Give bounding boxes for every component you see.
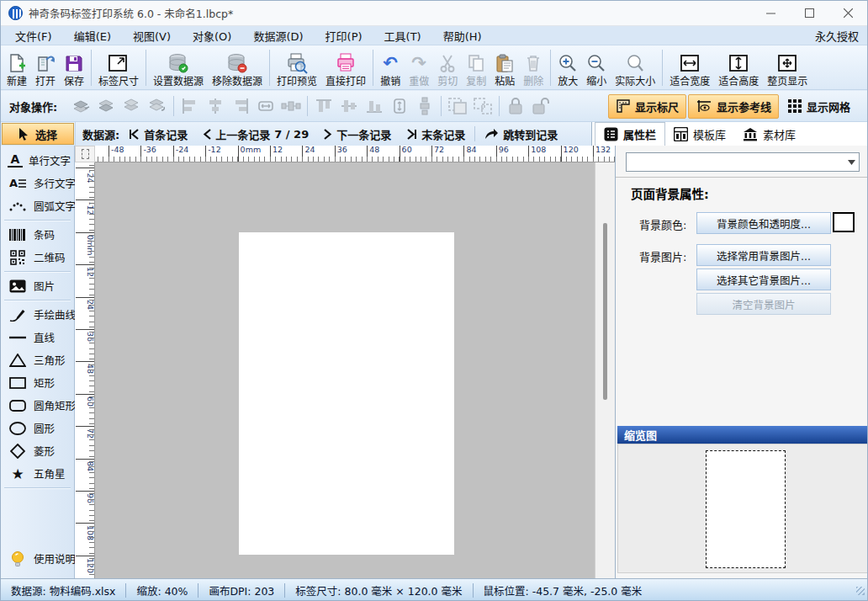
show-grid-toggle[interactable]: 显示网格	[781, 95, 857, 118]
trash-icon	[524, 51, 542, 75]
align-left-icon[interactable]	[177, 95, 203, 117]
star-icon: ★	[8, 465, 28, 482]
design-canvas[interactable]	[95, 162, 595, 578]
jump-arrow-icon	[484, 128, 499, 140]
vertical-scrollbar[interactable]	[595, 162, 615, 578]
maximize-icon[interactable]	[790, 1, 828, 25]
print-preview-icon	[286, 51, 308, 75]
select-other-bg-image-button[interactable]: 选择其它背景图片...	[696, 269, 831, 290]
menu-object[interactable]: 对象(O)	[182, 26, 242, 45]
select-tool-button[interactable]: 选择	[2, 123, 74, 145]
fit-width-button[interactable]: 适合宽度	[665, 47, 714, 88]
bring-forward-icon[interactable]	[119, 95, 145, 117]
menu-help[interactable]: 帮助(H)	[432, 26, 493, 45]
whole-page-button[interactable]: 整页显示	[763, 47, 812, 88]
tab-properties[interactable]: 属性栏	[595, 122, 665, 146]
label-size-button[interactable]: 标签尺寸	[94, 47, 143, 88]
new-document-icon	[7, 51, 27, 75]
menu-tools[interactable]: 工具(T)	[373, 26, 432, 45]
vertical-scrollbar-thumb[interactable]	[603, 223, 607, 400]
show-guides-toggle[interactable]: 显示参考线	[688, 94, 779, 119]
help-button[interactable]: 使用说明	[1, 547, 74, 570]
tool-line[interactable]: 直线	[1, 326, 74, 348]
unlock-icon[interactable]	[528, 95, 553, 117]
align-top-icon[interactable]	[311, 95, 336, 117]
license-status: 永久授权	[815, 28, 867, 44]
tool-qr-code[interactable]: 二维码	[1, 246, 74, 269]
distribute-vertical-icon[interactable]	[412, 95, 437, 117]
object-selector-dropdown[interactable]	[626, 152, 860, 172]
copy-button[interactable]: 复制	[462, 47, 490, 88]
rounded-rectangle-icon	[8, 400, 28, 412]
save-button[interactable]: 保存	[60, 47, 88, 88]
bg-color-button[interactable]: 背景颜色和透明度...	[696, 212, 831, 234]
tab-templates[interactable]: 模板库	[665, 122, 734, 146]
align-bottom-icon[interactable]	[362, 95, 387, 117]
tool-multi-line-text[interactable]: A 多行文字	[1, 172, 74, 194]
equal-height-icon[interactable]	[387, 95, 412, 117]
tab-materials[interactable]: 素材库	[734, 122, 804, 146]
thumbnail-area	[617, 444, 868, 573]
align-middle-icon[interactable]	[336, 95, 362, 117]
tool-image[interactable]: 图片	[1, 274, 74, 297]
menu-print[interactable]: 打印(P)	[315, 26, 373, 45]
jump-to-record-button[interactable]: 跳转到记录	[479, 126, 564, 142]
send-backward-icon[interactable]	[145, 95, 170, 117]
tool-rounded-rectangle[interactable]: 圆角矩形	[1, 394, 74, 417]
print-preview-button[interactable]: 打印预览	[273, 47, 321, 88]
redo-button[interactable]: ↷ 重做	[405, 47, 433, 88]
menu-datasource[interactable]: 数据源(D)	[242, 26, 314, 45]
zoom-in-button[interactable]: 放大	[553, 47, 582, 88]
label-page[interactable]	[239, 232, 454, 555]
tool-arc-text[interactable]: 圆弧文字	[1, 194, 74, 217]
last-record-button[interactable]: 末条记录	[400, 126, 471, 142]
zoom-out-button[interactable]: 缩小	[582, 47, 611, 88]
fit-height-button[interactable]: 适合高度	[714, 47, 763, 88]
toolbox: A 单行文字 A 多行文字 圆弧文字 条码 二维码	[1, 146, 75, 578]
clear-bg-image-button[interactable]: 清空背景图片	[696, 293, 831, 315]
distribute-horizontal-icon[interactable]	[278, 95, 304, 117]
select-common-bg-image-button[interactable]: 选择常用背景图片...	[696, 244, 831, 266]
window-controls	[751, 1, 867, 25]
tool-star[interactable]: ★ 五角星	[1, 462, 74, 485]
first-record-button[interactable]: 首条记录	[123, 126, 193, 142]
minimize-icon[interactable]	[751, 1, 790, 25]
undo-button[interactable]: ↶ 撤销	[376, 47, 405, 88]
tool-barcode[interactable]: 条码	[1, 223, 74, 246]
object-operations-toolbar: 对象操作: 显示标尺 显示参考线	[1, 91, 867, 122]
qr-code-icon	[8, 250, 28, 265]
new-button[interactable]: 新建	[3, 47, 31, 88]
ungroup-icon[interactable]	[470, 95, 495, 117]
align-center-horizontal-icon[interactable]	[203, 95, 228, 117]
menu-edit[interactable]: 编辑(E)	[63, 26, 122, 45]
tool-rectangle[interactable]: 矩形	[1, 371, 74, 394]
group-icon[interactable]	[445, 95, 470, 117]
remove-datasource-button[interactable]: 移除数据源	[208, 47, 267, 88]
show-ruler-toggle[interactable]: 显示标尺	[608, 94, 686, 119]
tool-single-line-text[interactable]: A 单行文字	[1, 149, 74, 172]
align-right-icon[interactable]	[228, 95, 253, 117]
bring-to-front-icon[interactable]	[69, 95, 94, 117]
send-to-back-icon[interactable]	[94, 95, 119, 117]
menu-file[interactable]: 文件(F)	[4, 26, 63, 45]
cut-button[interactable]: 剪切	[433, 47, 462, 88]
set-datasource-button[interactable]: 设置数据源	[149, 47, 208, 88]
bg-color-swatch[interactable]	[833, 212, 855, 232]
next-record-button[interactable]: 下一条记录	[318, 126, 397, 142]
prev-record-button[interactable]: 上一条记录 7 / 29	[197, 126, 315, 142]
paste-button[interactable]: 粘贴	[490, 47, 519, 88]
tool-triangle[interactable]: 三角形	[1, 348, 74, 371]
properties-panel: 页面背景属性: 背景颜色: 背景颜色和透明度... 背景图片: 选择常用背景图片…	[615, 146, 868, 578]
open-button[interactable]: 打开	[31, 47, 60, 88]
actual-size-button[interactable]: 实际大小	[611, 47, 659, 88]
delete-button[interactable]: 删除	[519, 47, 548, 88]
resize-grip[interactable]	[856, 587, 865, 595]
direct-print-button[interactable]: 直接打印	[321, 47, 370, 88]
equal-width-icon[interactable]	[253, 95, 278, 117]
tool-diamond[interactable]: 菱形	[1, 439, 74, 462]
tool-freehand-curve[interactable]: 手绘曲线	[1, 303, 74, 326]
menu-view[interactable]: 视图(V)	[122, 26, 182, 45]
tool-circle[interactable]: 圆形	[1, 417, 74, 439]
close-icon[interactable]	[828, 1, 867, 25]
lock-icon[interactable]	[503, 95, 528, 117]
